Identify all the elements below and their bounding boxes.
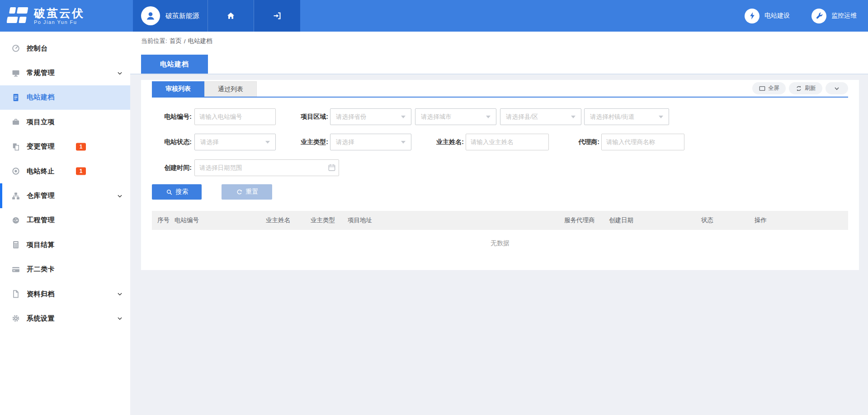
col-status: 状态 [701, 216, 755, 224]
pages-icon [11, 142, 20, 151]
breadcrumb-home[interactable]: 首页 [170, 37, 182, 45]
app-window: 破茧云伏 Po Jian Yun Fu 破茧新能源 [0, 0, 868, 415]
nav-monitor-ops[interactable]: 监控运维 [811, 0, 857, 32]
monitor-icon [11, 69, 20, 78]
town-select[interactable]: 请选择村镇/街道 [584, 108, 669, 125]
caret-down-icon [571, 116, 576, 118]
change-mgmt-badge: 1 [76, 143, 86, 150]
sitemap-icon [11, 191, 20, 201]
col-service-agent: 服务代理商 [564, 216, 609, 224]
owner-type-select[interactable]: 请选择 [330, 134, 411, 150]
nav-monitor-ops-label: 监控运维 [831, 12, 857, 20]
sidebar-item-project-settlement[interactable]: 项目结算 [0, 233, 130, 257]
search-icon [165, 188, 173, 196]
credit-card-icon [11, 265, 20, 274]
col-project-address: 项目地址 [348, 216, 564, 224]
caret-down-icon [401, 141, 406, 144]
login-arrow-icon [272, 10, 283, 21]
form-row-1: 电站编号: 项目区域: 请选择省份 请选择城市 请选择县/区 [152, 108, 848, 125]
date-range-input[interactable] [194, 159, 339, 176]
gear-icon [11, 314, 20, 323]
created-time-label: 创建时间: [152, 159, 192, 176]
top-header: 破茧云伏 Po Jian Yun Fu 破茧新能源 [0, 0, 868, 32]
current-user-menu[interactable]: 破茧新能源 [133, 0, 208, 32]
home-button[interactable] [208, 0, 254, 32]
owner-name-input[interactable] [466, 134, 549, 150]
sidebar-item-system-settings[interactable]: 系统设置 [0, 306, 130, 331]
tab-passed-list[interactable]: 通过列表 [204, 81, 257, 97]
main-area: 当前位置: 首页 / 电站建档 电站建档 审核列表 通过列表 全屏 [130, 32, 868, 415]
sidebar-item-station-termination[interactable]: 电站终止 1 [0, 159, 130, 183]
chevron-down-icon [833, 85, 840, 92]
home-icon [226, 11, 236, 21]
panel-toolbar: 全屏 刷新 [752, 82, 848, 94]
sidebar-item-console[interactable]: 控制台 [0, 36, 130, 61]
nav-station-build-label: 电站建设 [764, 12, 790, 20]
county-select[interactable]: 请选择县/区 [500, 108, 581, 125]
search-button[interactable]: 搜索 [152, 184, 202, 200]
owner-name-label: 业主姓名: [426, 134, 464, 150]
reset-button[interactable]: 重置 [222, 184, 272, 200]
calculator-icon [11, 240, 20, 249]
station-no-input[interactable] [194, 108, 276, 125]
caret-down-icon [401, 116, 406, 118]
tab-review-list[interactable]: 审核列表 [152, 81, 204, 97]
page-tab-bar: 电站建档 [130, 51, 868, 75]
reset-icon [236, 188, 243, 196]
sidebar-item-data-archive[interactable]: 资料归档 [0, 282, 130, 306]
col-actions: 操作 [755, 216, 848, 224]
chevron-down-icon [117, 70, 123, 76]
refresh-icon [795, 85, 802, 92]
sidebar-item-warehouse-mgmt[interactable]: 仓库管理 [0, 183, 130, 208]
caret-down-icon [486, 116, 491, 118]
fullscreen-button[interactable]: 全屏 [752, 82, 786, 94]
lightning-icon [748, 11, 757, 20]
agent-input[interactable] [601, 134, 684, 150]
table-header: 序号 电站编号 业主姓名 业主类型 项目地址 服务代理商 创建日期 状态 操作 [152, 211, 848, 230]
sidebar-item-change-mgmt[interactable]: 变更管理 1 [0, 135, 130, 159]
wrench-icon [815, 11, 824, 20]
table-empty-state: 无数据 [152, 230, 848, 257]
col-owner-name: 业主姓名 [266, 216, 311, 224]
brand-logo: 破茧云伏 Po Jian Yun Fu [0, 0, 133, 32]
fullscreen-icon [759, 85, 766, 92]
record-circle-icon [11, 167, 20, 176]
station-status-label: 电站状态: [152, 134, 192, 150]
content-area: 审核列表 通过列表 全屏 [130, 75, 868, 415]
person-icon [145, 10, 156, 22]
city-select[interactable]: 请选择城市 [415, 108, 496, 125]
chevron-down-icon [117, 193, 123, 199]
col-station-no: 电站编号 [175, 216, 266, 224]
col-seq: 序号 [152, 216, 175, 224]
page-tab-station-filing[interactable]: 电站建档 [141, 55, 208, 74]
avatar [141, 6, 160, 25]
brand-logo-icon [7, 6, 29, 26]
chevron-down-icon [117, 291, 123, 297]
breadcrumb-current: 电站建档 [188, 37, 212, 45]
sidebar-item-engineering-mgmt[interactable]: 工程管理 [0, 208, 130, 233]
breadcrumb-separator: / [184, 38, 186, 45]
sidebar-item-open-class2-card[interactable]: 开二类卡 [0, 257, 130, 282]
province-select[interactable]: 请选择省份 [330, 108, 411, 125]
gauge-icon [11, 216, 20, 225]
region-label: 项目区域: [288, 108, 328, 125]
login-exit-button[interactable] [254, 0, 300, 32]
chevron-down-icon [117, 315, 123, 322]
station-status-select[interactable]: 请选择 [194, 134, 276, 150]
form-row-2: 电站状态: 请选择 业主类型: 请选择 业主姓名: 代理商: [152, 134, 848, 150]
sidebar-item-general-mgmt[interactable]: 常规管理 [0, 61, 130, 85]
sidebar: 控制台 常规管理 电站建档 项目立项 [0, 32, 130, 415]
sidebar-item-station-filing[interactable]: 电站建档 [0, 85, 130, 110]
dashboard-icon [11, 44, 20, 53]
app-subtitle: Po Jian Yun Fu [34, 19, 85, 25]
archive-file-icon [11, 289, 20, 298]
nav-station-build[interactable]: 电站建设 [745, 0, 790, 32]
refresh-button[interactable]: 刷新 [789, 82, 822, 94]
sidebar-item-project-initiation[interactable]: 项目立项 [0, 110, 130, 134]
col-created-date: 创建日期 [609, 216, 701, 224]
collapse-button[interactable] [826, 82, 848, 94]
form-actions: 搜索 重置 [152, 184, 848, 201]
briefcase-icon [11, 117, 20, 126]
col-owner-type: 业主类型 [311, 216, 348, 224]
owner-type-label: 业主类型: [288, 134, 328, 150]
